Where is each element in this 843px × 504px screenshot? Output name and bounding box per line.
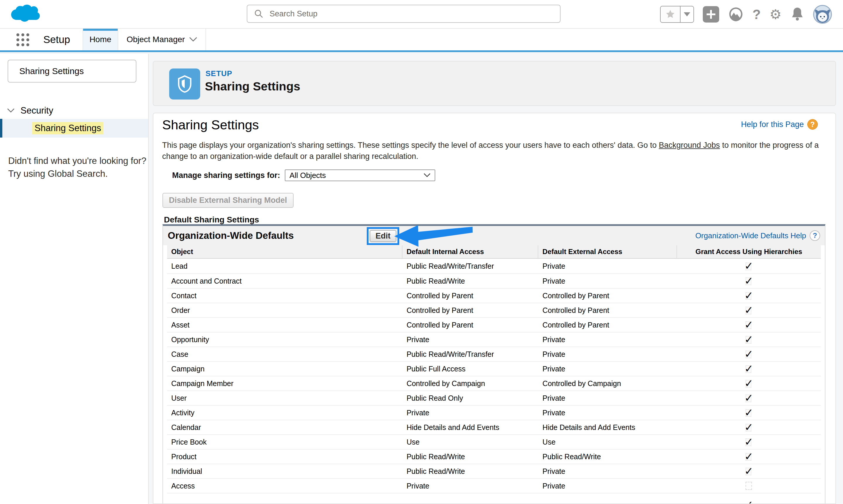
grant-hierarchies-cell: ✓: [677, 275, 821, 287]
column-header-external-access: Default External Access: [538, 245, 677, 258]
salesforce-logo[interactable]: [11, 3, 40, 26]
external-access-cell: Private: [538, 350, 677, 359]
owd-help-icon[interactable]: ?: [810, 230, 820, 241]
owd-table-body: LeadPublic Read/Write/TransferPrivate✓Ac…: [167, 259, 821, 504]
app-launcher-icon[interactable]: [16, 33, 30, 47]
header-action-icons: ? ⚙: [660, 5, 832, 24]
help-orange-icon[interactable]: ?: [807, 119, 818, 130]
page-title: Sharing Settings: [205, 79, 300, 93]
object-cell: Access: [167, 482, 402, 490]
hierarchy-unchecked-box: [746, 482, 752, 490]
grant-hierarchies-cell: ✓: [677, 378, 821, 389]
help-for-this-page-link[interactable]: Help for this Page: [741, 120, 804, 129]
table-row: LeadPublic Read/Write/TransferPrivate✓: [167, 259, 821, 273]
favorites-dropdown-button[interactable]: [680, 6, 694, 22]
disable-external-sharing-button[interactable]: Disable External Sharing Model: [162, 193, 293, 208]
shield-icon: [177, 75, 193, 93]
trailhead-icon[interactable]: [728, 6, 744, 22]
page-help: Help for this Page ?: [741, 119, 818, 130]
add-button[interactable]: [703, 6, 719, 22]
external-access-cell: Private: [538, 482, 677, 490]
table-row: CampaignPublic Full AccessPrivate✓: [167, 361, 821, 376]
external-access-cell: Private: [538, 394, 677, 402]
external-access-cell: Controlled by Campaign: [538, 379, 677, 388]
internal-access-cell: Public Full Access: [402, 365, 538, 373]
sidebar-section-security[interactable]: Security: [7, 105, 53, 116]
hierarchy-check-icon: ✓: [745, 494, 753, 504]
external-access-cell: Private: [538, 365, 677, 373]
setup-gear-icon[interactable]: ⚙: [770, 7, 782, 21]
internal-access-cell: Controlled by Parent: [402, 321, 538, 329]
chevron-down-icon: [7, 108, 15, 113]
favorites-star-icon[interactable]: [661, 6, 680, 22]
hierarchy-check-icon: ✓: [745, 421, 753, 433]
default-sharing-settings-heading: Default Sharing Settings: [164, 215, 259, 224]
salesforce-cloud-icon: [11, 3, 40, 25]
table-row: Price BookUseUse✓: [167, 434, 821, 449]
edit-button[interactable]: Edit: [370, 230, 396, 242]
page-header-card: SETUP Sharing Settings: [153, 61, 836, 106]
tab-object-manager[interactable]: Object Manager: [118, 29, 206, 50]
table-row: Campaign MemberControlled by CampaignCon…: [167, 376, 821, 391]
global-search[interactable]: [247, 5, 560, 23]
hierarchy-check-icon: ✓: [745, 392, 753, 404]
owd-help-link[interactable]: Organization-Wide Defaults Help: [695, 231, 806, 240]
hierarchy-check-icon: ✓: [745, 436, 753, 448]
object-cell: Asset: [167, 321, 402, 329]
owd-section-title: Organization-Wide Defaults: [168, 226, 294, 245]
external-access-cell: Private: [538, 336, 677, 344]
grant-hierarchies-cell: ✓: [677, 451, 821, 463]
object-cell: Contact: [167, 291, 402, 300]
internal-access-cell: Use: [402, 438, 538, 446]
object-cell: Product: [167, 452, 402, 461]
favorites-button-group[interactable]: [660, 6, 694, 23]
sidebar-quick-find[interactable]: [7, 60, 137, 83]
table-row: UserPublic Read OnlyPrivate✓: [167, 391, 821, 405]
footer-hint-line2: Try using Global Search.: [8, 167, 146, 180]
chevron-down-icon: [189, 37, 197, 42]
table-row: AssetControlled by ParentControlled by P…: [167, 317, 821, 332]
hierarchy-check-icon: ✓: [745, 334, 753, 345]
description-text: This page displays your organization's s…: [162, 141, 659, 149]
hierarchy-check-icon: ✓: [745, 319, 753, 331]
hierarchy-check-icon: ✓: [745, 465, 753, 477]
grant-hierarchies-cell: ✓: [677, 290, 821, 302]
global-header: ? ⚙: [0, 0, 843, 29]
help-icon[interactable]: ?: [753, 6, 761, 22]
main-content-card: Sharing Settings Help for this Page ? Th…: [153, 113, 836, 504]
sidebar-footer-hint: Didn't find what you're looking for? Try…: [8, 155, 146, 180]
external-access-cell: Private: [538, 277, 677, 285]
table-row: CalendarHide Details and Add EventsHide …: [167, 420, 821, 434]
grant-hierarchies-cell: [677, 482, 821, 490]
owd-help: Organization-Wide Defaults Help ?: [695, 226, 820, 245]
external-access-cell: Hide Details and Add Events: [538, 423, 677, 432]
object-cell: Opportunity: [167, 336, 402, 344]
table-row: ✓: [167, 493, 821, 504]
user-avatar[interactable]: [813, 5, 832, 24]
grant-hierarchies-cell: ✓: [677, 436, 821, 448]
grant-hierarchies-cell: ✓: [677, 465, 821, 477]
grant-hierarchies-cell: ✓: [677, 392, 821, 404]
background-jobs-link[interactable]: Background Jobs: [659, 141, 720, 149]
notifications-bell-icon[interactable]: [790, 7, 804, 22]
internal-access-cell: Controlled by Parent: [402, 291, 538, 300]
manage-sharing-label: Manage sharing settings for:: [172, 171, 280, 180]
table-row: ProductPublic Read/WritePublic Read/Writ…: [167, 449, 821, 464]
search-icon: [254, 9, 264, 19]
chevron-down-icon: [684, 12, 690, 16]
object-scope-select[interactable]: All Objects: [285, 169, 435, 181]
tab-home-label: Home: [90, 35, 111, 44]
quick-find-input[interactable]: [19, 66, 132, 76]
internal-access-cell: Public Read/Write/Transfer: [402, 350, 538, 359]
internal-access-cell: Public Read/Write: [402, 452, 538, 461]
object-cell: Account and Contract: [167, 277, 402, 285]
internal-access-cell: Private: [402, 409, 538, 417]
sidebar-item-label-highlighted: Sharing Settings: [32, 122, 103, 134]
object-cell: User: [167, 394, 402, 402]
tab-home[interactable]: Home: [83, 29, 118, 50]
sidebar-section-label: Security: [20, 105, 53, 116]
sidebar-item-sharing-settings[interactable]: Sharing Settings: [0, 119, 148, 138]
global-search-input[interactable]: [270, 10, 554, 18]
owd-table-header: Object Default Internal Access Default E…: [167, 245, 821, 259]
hierarchy-check-icon: ✓: [745, 378, 753, 389]
